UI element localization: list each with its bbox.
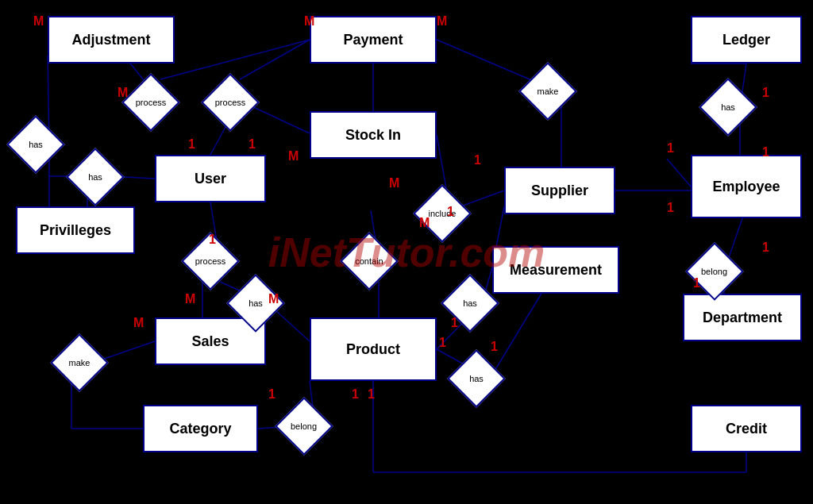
diamond-contain: contain xyxy=(337,238,401,284)
entity-payment: Payment xyxy=(310,16,437,63)
card-m6: M xyxy=(389,176,399,190)
entity-stockin: Stock In xyxy=(310,111,437,159)
card-m5: M xyxy=(288,149,299,164)
card-m10: M xyxy=(185,292,195,306)
card-m1: M xyxy=(33,14,44,29)
card-1m: 1 xyxy=(439,336,446,350)
diamond-make1: make xyxy=(520,70,576,113)
card-1j: 1 xyxy=(762,240,769,255)
entity-user: User xyxy=(155,155,266,202)
diamond-process1: process xyxy=(121,79,181,125)
entity-supplier: Supplier xyxy=(504,167,615,214)
entity-employee: Employee xyxy=(691,155,802,218)
card-m9: M xyxy=(133,316,144,330)
entity-privileges: Privilleges xyxy=(16,206,135,254)
entity-measurement: Measurement xyxy=(492,246,619,294)
entity-category: Category xyxy=(143,405,258,452)
card-1n: 1 xyxy=(491,340,498,354)
card-1p: 1 xyxy=(352,387,359,402)
card-1b: 1 xyxy=(249,137,256,152)
svg-line-8 xyxy=(240,40,310,79)
diamond-make2: make xyxy=(52,341,107,384)
card-1k: 1 xyxy=(693,276,700,290)
entity-credit: Credit xyxy=(691,405,802,452)
card-m2: M xyxy=(118,86,128,100)
diamond-process2: process xyxy=(200,79,260,125)
diamond-has5: has xyxy=(449,357,504,400)
card-1f: 1 xyxy=(447,205,454,219)
card-1l: 1 xyxy=(451,316,458,330)
entity-department: Department xyxy=(683,294,802,341)
diamond-belong2: belong xyxy=(274,403,333,449)
diamond-has6: has xyxy=(700,86,756,129)
diamond-has2: has xyxy=(67,156,123,198)
er-diagram: Adjustment Payment Ledger Stock In User … xyxy=(0,0,813,504)
svg-line-37 xyxy=(667,159,691,187)
card-1e: 1 xyxy=(474,153,481,167)
card-m7: M xyxy=(419,216,430,230)
diamond-has1: has xyxy=(8,123,64,166)
card-1c: 1 xyxy=(667,141,674,156)
card-1i: 1 xyxy=(762,145,769,160)
card-m4: M xyxy=(437,14,447,29)
entity-adjustment: Adjustment xyxy=(48,16,175,63)
card-1q: 1 xyxy=(368,387,375,402)
entity-product: Product xyxy=(310,317,437,381)
card-1a: 1 xyxy=(188,137,195,152)
svg-line-6 xyxy=(160,40,310,79)
card-1d: 1 xyxy=(667,201,674,215)
card-1h: 1 xyxy=(762,86,769,100)
entity-ledger: Ledger xyxy=(691,16,802,63)
card-1g: 1 xyxy=(209,233,216,247)
card-1o: 1 xyxy=(268,387,275,402)
card-m3: M xyxy=(304,14,314,29)
card-m8: M xyxy=(268,292,279,306)
